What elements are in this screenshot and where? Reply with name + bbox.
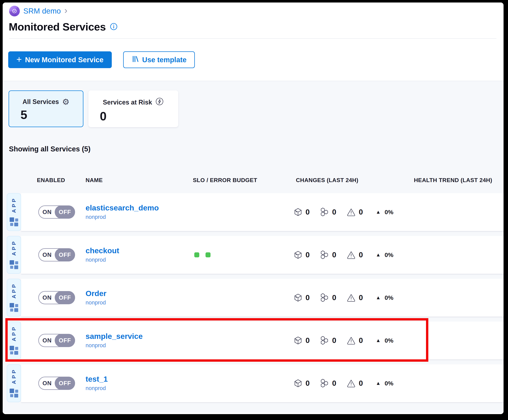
app-tag-label: APP — [11, 368, 17, 384]
plus-icon: + — [16, 55, 22, 64]
service-row-card: ON OFF checkout nonprod — [21, 236, 504, 274]
app-grid-icon — [9, 260, 19, 270]
health-change-percent: ▲ 0% — [376, 337, 393, 344]
enabled-toggle[interactable]: ON OFF — [38, 205, 75, 219]
column-enabled: ENABLED — [37, 177, 65, 184]
incidents-count: 0 — [347, 250, 363, 259]
info-icon[interactable] — [110, 23, 118, 31]
enabled-toggle[interactable]: ON OFF — [38, 334, 75, 347]
warning-triangle-icon — [347, 379, 356, 388]
toggle-off-label: OFF — [55, 205, 75, 219]
toggle-on-label: ON — [39, 334, 55, 346]
infrastructure-hexagons-icon — [320, 293, 329, 302]
list-heading: Showing all Services (5) — [9, 145, 504, 153]
changes-cell: 0 0 — [294, 193, 393, 231]
new-monitored-service-button[interactable]: + New Monitored Service — [8, 51, 112, 68]
app-type-tab: APP — [7, 193, 21, 231]
services-at-risk-card[interactable]: Services at Risk 0 — [88, 90, 178, 127]
trend-up-triangle-icon: ▲ — [376, 338, 381, 343]
service-row: APP ON OFF elasticsearch_demo nonprod — [7, 193, 504, 231]
breadcrumb: SRM demo › — [9, 5, 496, 17]
app-tag-label: APP — [11, 197, 17, 213]
column-changes: CHANGES (LAST 24H) — [296, 177, 358, 184]
app-type-tab: APP — [7, 364, 21, 402]
deployments-count: 0 — [294, 379, 310, 388]
service-name-link[interactable]: checkout — [86, 247, 119, 255]
infrastructure-count: 0 — [320, 293, 336, 302]
service-environment: nonprod — [86, 385, 108, 391]
service-environment: nonprod — [86, 214, 159, 220]
chevron-right-icon: › — [64, 6, 67, 15]
app-tag-label: APP — [11, 325, 17, 341]
slo-budget-block — [206, 252, 211, 257]
app-grid-icon — [9, 388, 19, 398]
column-health-trend: HEALTH TREND (LAST 24H) — [414, 177, 492, 184]
toggle-on-label: ON — [39, 206, 55, 218]
toggle-on-label: ON — [39, 377, 55, 389]
incidents-count: 0 — [347, 336, 363, 345]
trend-up-triangle-icon: ▲ — [376, 210, 381, 215]
health-trend-cell — [417, 364, 504, 402]
slo-budget-block — [194, 252, 199, 257]
app-type-tab: APP — [7, 322, 21, 359]
services-at-risk-count: 0 — [100, 109, 178, 123]
toggle-off-label: OFF — [55, 377, 75, 390]
service-name-cell: elasticsearch_demo nonprod — [86, 193, 159, 231]
summary-cards: All Services ⚙︎ 5 Services at Risk 0 — [3, 81, 504, 127]
service-environment: nonprod — [86, 300, 106, 306]
all-services-card[interactable]: All Services ⚙︎ 5 — [8, 90, 83, 127]
deployment-cube-icon — [294, 208, 302, 216]
page-title: Monitored Services — [9, 21, 106, 33]
service-name-cell: checkout nonprod — [86, 236, 119, 274]
service-row-card: ON OFF test_1 nonprod — [21, 364, 504, 402]
toggle-off-label: OFF — [55, 334, 75, 347]
deployment-cube-icon — [294, 336, 302, 345]
service-name-link[interactable]: elasticsearch_demo — [86, 204, 159, 212]
trend-up-triangle-icon: ▲ — [376, 381, 381, 386]
template-library-icon — [132, 55, 139, 64]
infrastructure-hexagons-icon — [320, 336, 329, 345]
health-change-percent: ▲ 0% — [376, 209, 393, 216]
infrastructure-hexagons-icon — [320, 379, 329, 388]
incidents-count: 0 — [347, 293, 363, 302]
app-tag-label: APP — [11, 283, 17, 299]
service-name-link[interactable]: sample_service — [86, 332, 143, 340]
app-grid-icon — [9, 345, 19, 355]
trend-up-triangle-icon: ▲ — [376, 252, 381, 257]
app-tag-label: APP — [11, 240, 17, 256]
infrastructure-count: 0 — [320, 250, 336, 259]
gear-icon: ⚙︎ — [62, 98, 69, 106]
health-trend-cell — [417, 193, 504, 231]
service-row-card: ON OFF elasticsearch_demo nonprod — [21, 193, 504, 231]
service-row: APP ON OFF Order nonprod — [7, 279, 504, 316]
health-trend-cell — [417, 236, 504, 274]
toggle-off-label: OFF — [55, 291, 75, 304]
app-type-tab: APP — [7, 236, 21, 274]
deployment-cube-icon — [294, 379, 302, 388]
srm-project-logo-icon — [9, 6, 20, 16]
incidents-count: 0 — [347, 208, 363, 217]
app-grid-icon — [9, 217, 19, 227]
service-name-link[interactable]: test_1 — [86, 375, 108, 383]
use-template-button[interactable]: Use template — [123, 51, 195, 68]
changes-cell: 0 0 — [294, 364, 393, 402]
breadcrumb-project-link[interactable]: SRM demo — [23, 7, 61, 15]
health-trend-cell — [417, 279, 504, 316]
enabled-toggle[interactable]: ON OFF — [38, 377, 75, 390]
deployments-count: 0 — [294, 251, 310, 259]
changes-cell: 0 0 — [294, 279, 393, 316]
health-change-percent: ▲ 0% — [376, 294, 393, 301]
warning-triangle-icon — [347, 208, 356, 217]
enabled-toggle[interactable]: ON OFF — [38, 291, 75, 304]
deployments-count: 0 — [294, 336, 310, 345]
deployments-count: 0 — [294, 293, 310, 302]
service-row-card: ON OFF Order nonprod — [21, 279, 504, 316]
warning-triangle-icon — [347, 250, 356, 259]
enabled-toggle[interactable]: ON OFF — [38, 248, 75, 262]
service-name-cell: Order nonprod — [86, 279, 106, 316]
table-header-row: ENABLED NAME SLO / ERROR BUDGET CHANGES … — [3, 177, 504, 184]
trend-up-triangle-icon: ▲ — [376, 295, 381, 300]
health-trend-cell — [417, 322, 504, 359]
toggle-off-label: OFF — [55, 248, 75, 262]
service-name-link[interactable]: Order — [86, 289, 106, 298]
